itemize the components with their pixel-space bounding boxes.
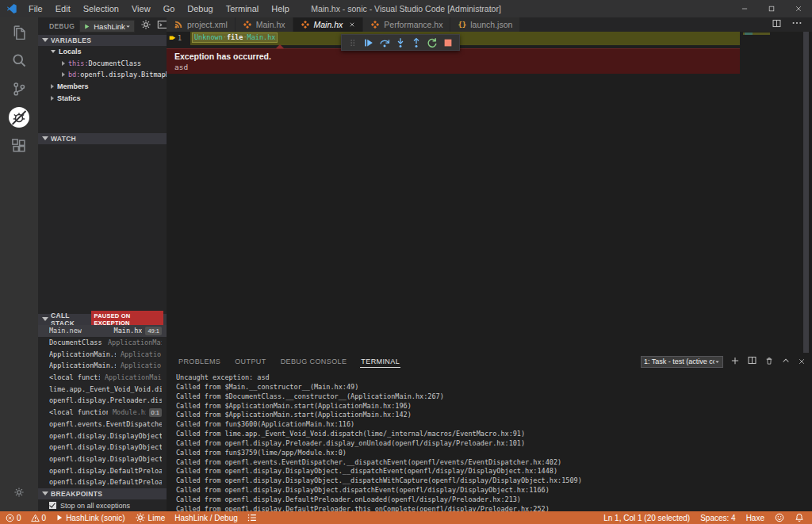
- variables-group-statics[interactable]: Statics: [38, 92, 167, 104]
- debug-toolbar: [341, 34, 460, 51]
- menu-help[interactable]: Help: [265, 0, 296, 17]
- status-errors[interactable]: 0: [6, 514, 21, 522]
- error-icon: [6, 514, 14, 522]
- watch-section-header[interactable]: WATCH: [38, 133, 167, 144]
- scrollbar[interactable]: [803, 32, 809, 353]
- call-stack-section-header[interactable]: CALL STACK PAUSED ON EXCEPTION: [38, 314, 167, 325]
- breakpoint-row[interactable]: Stop on all exceptions: [38, 499, 167, 511]
- breakpoints-section-header[interactable]: BREAKPOINTS: [38, 488, 167, 499]
- minimap[interactable]: [740, 32, 803, 353]
- step-into-button[interactable]: [394, 36, 407, 49]
- code-editor[interactable]: 1 Unknown·file·Main.hx Exception has occ…: [167, 32, 812, 353]
- variable-row[interactable]: this: DocumentClass: [38, 58, 167, 70]
- minimize-button[interactable]: [731, 0, 758, 17]
- line-number: 1: [178, 34, 182, 42]
- panel-tab-debug-console[interactable]: DEBUG CONSOLE: [280, 355, 348, 368]
- terminal-line: Called from openfl.events.EventDispatche…: [176, 458, 812, 468]
- variable-row[interactable]: bd: openfl.display.BitmapData: [38, 69, 167, 81]
- tab-performance-hx[interactable]: Performance.hx: [363, 17, 450, 32]
- tab-launch-json[interactable]: {}launch.json: [450, 17, 520, 32]
- variables-group-locals[interactable]: Locals: [38, 46, 167, 58]
- call-stack-frame[interactable]: ApplicationMain.startApplicatio...: [38, 360, 167, 372]
- new-terminal-button[interactable]: [730, 354, 740, 369]
- status-warnings[interactable]: 0: [31, 514, 47, 522]
- menu-debug[interactable]: Debug: [181, 0, 219, 17]
- terminal-picker-select[interactable]: 1: Task - test (active cor: [641, 356, 723, 368]
- tab-project-xml[interactable]: project.xml: [167, 17, 236, 32]
- frame-function: openfl.display.DefaultPreloader.th: [49, 478, 162, 486]
- call-stack-frame[interactable]: Main.newMain.hx49:1: [38, 325, 167, 337]
- warning-icon: [31, 514, 40, 522]
- maximize-button[interactable]: [758, 0, 785, 17]
- launch-configuration-select[interactable]: HashLink: [79, 20, 135, 33]
- status-feedback[interactable]: [775, 513, 784, 522]
- menu-go[interactable]: Go: [157, 0, 182, 17]
- terminal-line: Uncaught exception: asd: [176, 373, 812, 383]
- panel-tab-terminal[interactable]: TERMINAL: [360, 355, 400, 368]
- call-stack-frame[interactable]: lime.app._Event_Void_Void.dispatch: [38, 383, 167, 395]
- kill-terminal-button[interactable]: [764, 354, 774, 369]
- step-out-button[interactable]: [410, 36, 423, 49]
- menu-selection[interactable]: Selection: [77, 0, 125, 17]
- menu-file[interactable]: File: [22, 0, 49, 17]
- debug-sidebar-header: DEBUG HashLink: [38, 17, 167, 35]
- frame-function: <local function>: [49, 373, 100, 381]
- status-haxe-configuration[interactable]: HashLink / Debug: [174, 514, 238, 522]
- call-stack-frame[interactable]: openfl.display.DisplayObject.__dis: [38, 430, 167, 442]
- close-icon[interactable]: [349, 20, 355, 29]
- play-icon: [56, 514, 63, 522]
- variables-section-header[interactable]: VARIABLES: [38, 35, 167, 46]
- chevron-right-icon: [51, 84, 54, 89]
- menu-edit[interactable]: Edit: [49, 0, 77, 17]
- variables-group-members[interactable]: Members: [38, 81, 167, 93]
- tab-main-hx[interactable]: Main.hx: [293, 17, 364, 32]
- terminal-output[interactable]: Uncaught exception: asdCalled from $Main…: [167, 370, 812, 514]
- activity-item-explorer[interactable]: [0, 17, 38, 46]
- stop-button[interactable]: [442, 36, 454, 49]
- panel-tab-problems[interactable]: PROBLEMS: [178, 355, 221, 368]
- status-language-mode-text: Haxe: [746, 514, 764, 522]
- start-debug-icon: [83, 23, 90, 30]
- status-tasks[interactable]: [247, 513, 257, 522]
- tab-label: Main.hx: [256, 20, 285, 29]
- call-stack-frame[interactable]: DocumentClass.newApplicationMai...: [38, 337, 167, 349]
- status-lime-target[interactable]: Lime: [135, 512, 166, 523]
- call-stack-frame[interactable]: openfl.display.DisplayObject.__dis: [38, 442, 167, 453]
- call-stack-frame[interactable]: <local function>ApplicationMain...: [38, 372, 167, 384]
- step-over-button[interactable]: [378, 36, 391, 49]
- more-actions-button[interactable]: [791, 17, 802, 32]
- call-stack-frame[interactable]: openfl.display.Preloader.display_o: [38, 395, 167, 407]
- call-stack-frame[interactable]: openfl.display.DefaultPreloader.th: [38, 476, 167, 488]
- activity-item-extensions[interactable]: [0, 132, 38, 160]
- close-window-button[interactable]: [785, 0, 812, 17]
- maximize-panel-button[interactable]: [781, 354, 791, 369]
- configure-button[interactable]: [140, 19, 151, 33]
- status-debug-launch[interactable]: HashLink (sonic): [56, 514, 124, 522]
- menu-terminal[interactable]: Terminal: [220, 0, 266, 17]
- panel-tab-output[interactable]: OUTPUT: [234, 355, 266, 368]
- editor-group: project.xmlMain.hxMain.hxPerformance.hx{…: [167, 17, 812, 511]
- close-panel-button[interactable]: [798, 354, 806, 369]
- tab-main-hx[interactable]: Main.hx: [236, 17, 293, 32]
- checkbox-checked-icon[interactable]: [49, 502, 56, 509]
- activity-item-manage[interactable]: [0, 478, 38, 507]
- open-debug-console-button[interactable]: [157, 19, 167, 33]
- call-stack-frame[interactable]: openfl.display.DefaultPreloader.on: [38, 465, 167, 476]
- call-stack-frame[interactable]: openfl.display.DisplayObject.dispa: [38, 453, 167, 465]
- frame-function: openfl.display.Preloader.display_o: [49, 396, 162, 404]
- restart-button[interactable]: [426, 36, 439, 49]
- call-stack-frame[interactable]: ApplicationMain.startApplicatio...: [38, 348, 167, 360]
- split-editor-button[interactable]: [772, 17, 782, 32]
- activity-item-debug[interactable]: [0, 103, 38, 132]
- activity-item-search[interactable]: [0, 46, 38, 75]
- menu-view[interactable]: View: [125, 0, 157, 17]
- status-language-mode[interactable]: Haxe: [746, 514, 764, 522]
- call-stack-frame[interactable]: <local function>Module.hx0:1: [38, 407, 167, 419]
- status-cursor-position[interactable]: Ln 1, Col 1 (20 selected): [603, 514, 690, 522]
- status-indentation[interactable]: Spaces: 4: [700, 514, 735, 522]
- activity-item-source-control[interactable]: [0, 75, 38, 103]
- continue-button[interactable]: [362, 36, 375, 49]
- split-terminal-button[interactable]: [747, 354, 757, 369]
- call-stack-frame[interactable]: openfl.events.EventDispatcher.__di: [38, 419, 167, 430]
- status-notifications[interactable]: [795, 513, 804, 522]
